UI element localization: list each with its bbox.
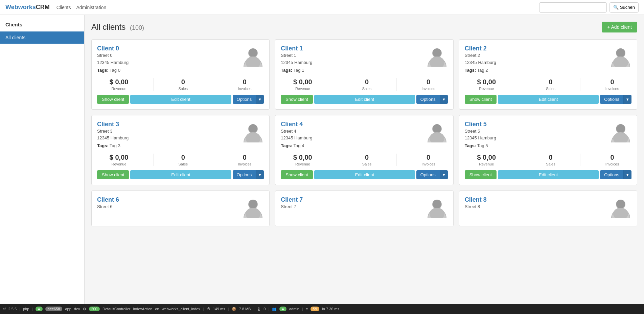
- revenue-stat: $ 0,00 Revenue: [477, 154, 496, 166]
- client-name[interactable]: Client 7: [281, 196, 303, 203]
- search-input[interactable]: [539, 2, 607, 13]
- options-group: Options ▾: [416, 95, 448, 104]
- card-header: Client 4 Street 412345 Hamburg Tags: Tag…: [281, 121, 447, 149]
- card-header: Client 5 Street 512345 Hamburg Tags: Tag…: [465, 121, 631, 149]
- invoices-label: Invoices: [605, 87, 619, 91]
- options-button[interactable]: Options: [600, 95, 623, 104]
- options-caret-button[interactable]: ▾: [623, 170, 631, 179]
- revenue-value: $ 0,00: [477, 78, 496, 86]
- status-bar: sf 2.5.5 | php | ● aee658 app dev ⚙ 200 …: [0, 304, 644, 314]
- svg-point-14: [613, 57, 628, 67]
- show-client-button[interactable]: Show client: [281, 170, 313, 179]
- avatar: [242, 121, 264, 142]
- client-name[interactable]: Client 3: [97, 121, 129, 128]
- navbar-right: 🔍 Suchen: [539, 2, 639, 13]
- revenue-label: Revenue: [477, 162, 496, 166]
- client-name[interactable]: Client 2: [465, 45, 496, 52]
- options-group: Options ▾: [416, 170, 448, 179]
- client-name[interactable]: Client 8: [465, 196, 487, 203]
- hash-badge: aee658: [45, 307, 63, 311]
- card-header: Client 3 Street 312345 Hamburg Tags: Tag…: [97, 121, 264, 149]
- client-name[interactable]: Client 0: [97, 45, 129, 52]
- options-caret-button[interactable]: ▾: [256, 95, 264, 104]
- add-client-button[interactable]: + Add client: [602, 22, 637, 32]
- stat-divider: [521, 78, 521, 91]
- client-name[interactable]: Client 5: [465, 121, 496, 128]
- options-button[interactable]: Options: [416, 95, 440, 104]
- sales-stat: 0 Sales: [546, 78, 555, 91]
- client-name[interactable]: Client 6: [97, 196, 119, 203]
- edit-client-button[interactable]: Edit client: [130, 95, 231, 104]
- show-client-button[interactable]: Show client: [97, 170, 129, 179]
- invoices-label: Invoices: [605, 162, 619, 166]
- show-client-button[interactable]: Show client: [465, 95, 497, 104]
- db-icon: 🗄: [257, 307, 261, 311]
- brand-logo[interactable]: WebworksCRM: [5, 4, 50, 11]
- edit-client-button[interactable]: Edit client: [314, 170, 415, 179]
- db-count: 0: [263, 307, 266, 311]
- invoices-stat: 0 Invoices: [238, 78, 251, 91]
- options-caret-button[interactable]: ▾: [623, 95, 631, 104]
- invoices-value: 0: [422, 154, 435, 161]
- brand-suffix: CRM: [36, 4, 50, 10]
- client-tags: Tags: Tag 0: [97, 68, 129, 73]
- symfony-version: 2.5.5: [8, 307, 17, 311]
- caret-down-icon: ▾: [443, 97, 445, 102]
- options-caret-button[interactable]: ▾: [256, 170, 264, 179]
- edit-client-button[interactable]: Edit client: [498, 95, 599, 104]
- options-button[interactable]: Options: [233, 95, 256, 104]
- caret-down-icon: ▾: [259, 172, 261, 177]
- admin-label: admin: [289, 307, 299, 311]
- main-content: All clients (100) + Add client Client 0 …: [85, 15, 644, 304]
- options-button[interactable]: Options: [600, 170, 623, 179]
- svg-point-28: [616, 124, 625, 133]
- client-card-7: Client 7 Street 7: [275, 190, 453, 226]
- card-actions: Show client Edit client Options ▾: [97, 95, 264, 104]
- memory-label: 7.8 MB: [239, 307, 251, 311]
- search-button[interactable]: 🔍 Suchen: [610, 2, 639, 13]
- svg-point-18: [249, 124, 257, 133]
- client-card-5: Client 5 Street 512345 Hamburg Tags: Tag…: [459, 115, 637, 185]
- card-header: Client 0 Street 012345 Hamburg Tags: Tag…: [97, 45, 264, 73]
- revenue-label: Revenue: [477, 87, 496, 91]
- client-address: Street 312345 Hamburg: [97, 128, 129, 142]
- svg-point-23: [433, 124, 441, 133]
- client-stats: $ 0,00 Revenue 0 Sales 0 Invoices: [281, 154, 447, 166]
- users-icon: 👥: [272, 307, 277, 311]
- svg-point-33: [249, 200, 257, 208]
- client-name[interactable]: Client 1: [281, 45, 312, 52]
- show-client-button[interactable]: Show client: [97, 95, 129, 104]
- controller-label: DefaultController: [102, 307, 131, 311]
- client-info: Street 8: [465, 203, 487, 210]
- client-address: Street 112345 Hamburg: [281, 52, 312, 66]
- sidebar-item-all-clients[interactable]: All clients: [0, 31, 84, 44]
- stat-divider-2: [213, 154, 213, 166]
- edit-client-button[interactable]: Edit client: [130, 170, 231, 179]
- nav-administration[interactable]: Administration: [76, 0, 107, 15]
- invoices-label: Invoices: [422, 162, 435, 166]
- options-button[interactable]: Options: [416, 170, 440, 179]
- caret-down-icon: ▾: [443, 172, 445, 177]
- invoices-stat: 0 Invoices: [605, 78, 619, 91]
- options-caret-button[interactable]: ▾: [440, 95, 448, 104]
- client-stats: $ 0,00 Revenue 0 Sales 0 Invoices: [465, 154, 631, 166]
- avatar: [242, 196, 264, 218]
- nav-clients[interactable]: Clients: [56, 0, 71, 15]
- page-title: All clients (100): [91, 22, 144, 32]
- show-client-button[interactable]: Show client: [465, 170, 497, 179]
- sales-label: Sales: [179, 87, 188, 91]
- svg-point-9: [430, 57, 444, 67]
- options-group: Options ▾: [233, 95, 264, 104]
- options-caret-button[interactable]: ▾: [440, 170, 448, 179]
- edit-client-button[interactable]: Edit client: [314, 95, 415, 104]
- invoices-stat: 0 Invoices: [605, 154, 619, 166]
- client-name[interactable]: Client 4: [281, 121, 312, 128]
- options-button[interactable]: Options: [233, 170, 256, 179]
- show-client-button[interactable]: Show client: [281, 95, 313, 104]
- revenue-stat: $ 0,00 Revenue: [477, 78, 496, 91]
- revenue-value: $ 0,00: [477, 154, 496, 161]
- sales-stat: 0 Sales: [179, 78, 188, 91]
- edit-client-button[interactable]: Edit client: [498, 170, 599, 179]
- sales-value: 0: [179, 154, 188, 161]
- stat-divider: [521, 154, 521, 166]
